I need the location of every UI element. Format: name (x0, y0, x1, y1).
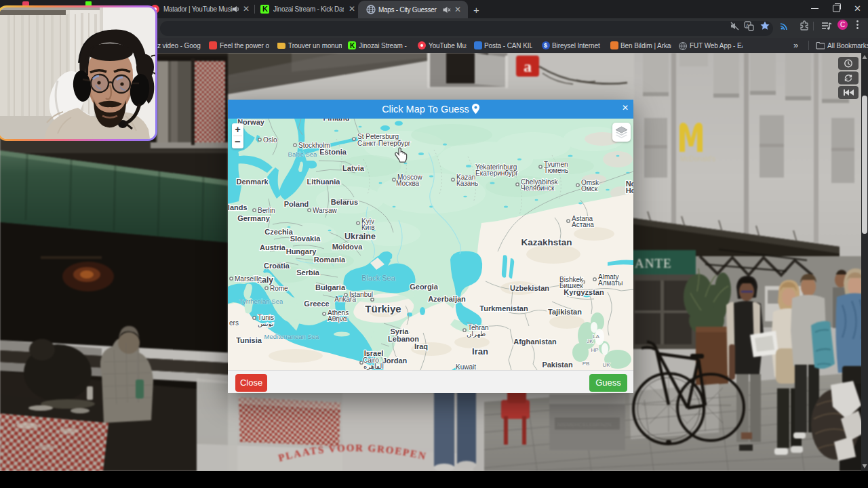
svg-text:Lithuania: Lithuania (307, 178, 341, 186)
svg-text:Uzbekistan: Uzbekistan (510, 284, 549, 292)
svg-text:Kuwait: Kuwait (456, 363, 476, 370)
svg-text:PB: PB (583, 361, 590, 367)
svg-text:Тюмень: Тюмень (544, 167, 568, 174)
svg-text:Jordan: Jordan (382, 357, 408, 365)
svg-text:Romania: Romania (314, 256, 346, 264)
svg-text:Warsaw: Warsaw (313, 207, 338, 214)
svg-text:Ankara: Ankara (334, 296, 356, 303)
svg-text:Tunisia: Tunisia (236, 336, 262, 344)
svg-text:LA: LA (593, 333, 599, 340)
svg-text:Afghanistan: Afghanistan (513, 338, 557, 346)
svg-text:Bulgaria: Bulgaria (315, 283, 346, 291)
svg-text:Oslo: Oslo (263, 136, 277, 144)
svg-text:JK: JK (587, 338, 593, 344)
svg-text:Slovakia: Slovakia (290, 235, 321, 243)
svg-text:Germany: Germany (237, 214, 271, 222)
svg-text:Бишкек: Бишкек (559, 282, 583, 289)
svg-text:HP: HP (591, 347, 598, 353)
svg-text:Rome: Rome (270, 285, 288, 292)
svg-text:Алматы: Алматы (598, 279, 623, 287)
svg-text:تونس: تونس (258, 320, 274, 327)
svg-text:Hungary: Hungary (286, 247, 317, 256)
svg-text:Ho: Ho (626, 186, 633, 195)
svg-text:Астана: Астана (572, 221, 594, 228)
svg-text:Croatia: Croatia (264, 262, 290, 270)
svg-text:Austria: Austria (260, 243, 286, 251)
svg-text:Омск: Омск (581, 185, 598, 192)
svg-text:McDonald's: McDonald's (680, 155, 715, 163)
svg-text:Serbia: Serbia (296, 268, 320, 277)
svg-text:UK: UK (602, 362, 610, 368)
svg-text:Baltic Sea: Baltic Sea (288, 150, 317, 158)
svg-text:Iraq: Iraq (414, 342, 428, 350)
svg-text:Czechia: Czechia (264, 228, 293, 236)
svg-text:Latvia: Latvia (342, 164, 365, 172)
svg-text:القاهرة: القاهرة (363, 363, 384, 370)
svg-text:Санкт-Петербург: Санкт-Петербург (357, 140, 411, 147)
svg-text:Poland: Poland (284, 200, 309, 208)
svg-text:Київ: Київ (361, 224, 375, 231)
svg-text:Azerbaijan: Azerbaijan (428, 295, 466, 303)
svg-text:Москва: Москва (396, 180, 420, 187)
svg-text:erlands: erlands (228, 203, 248, 211)
svg-text:Ukraine: Ukraine (344, 232, 376, 241)
svg-text:Finland: Finland (323, 119, 349, 122)
svg-text:Mediterranean Sea: Mediterranean Sea (264, 333, 320, 340)
svg-text:Казань: Казань (456, 180, 478, 187)
svg-text:Turkmenistan: Turkmenistan (479, 304, 528, 312)
svg-text:Berlin: Berlin (258, 207, 275, 214)
svg-text:Челябинск: Челябинск (521, 184, 555, 192)
svg-text:Belarus: Belarus (331, 198, 358, 206)
svg-text:Black Sea: Black Sea (361, 274, 395, 282)
svg-text:Moldova: Moldova (332, 243, 363, 251)
svg-text:Stockholm: Stockholm (298, 142, 330, 149)
svg-text:Türkiye: Türkiye (365, 303, 401, 314)
svg-text:ANTE: ANTE (635, 256, 672, 270)
svg-text:a: a (524, 58, 532, 75)
svg-text:Kazakhstan: Kazakhstan (521, 237, 572, 247)
svg-text:Tyrrhenian Sea: Tyrrhenian Sea (239, 298, 283, 305)
svg-text:Greece: Greece (304, 300, 329, 308)
svg-text:NIEMEHCELEBRNZN: NIEMEHCELEBRNZN (557, 422, 612, 428)
svg-text:Екатеринбург: Екатеринбург (475, 169, 518, 177)
svg-text:Denmark: Denmark (236, 178, 269, 186)
svg-text:ers: ers (229, 319, 239, 327)
svg-text:Αθήνα: Αθήνα (328, 315, 347, 323)
svg-text:Georgia: Georgia (410, 283, 438, 291)
svg-text:Pakistan: Pakistan (542, 361, 573, 369)
svg-text:Marseille: Marseille (235, 275, 262, 283)
svg-text:Iran: Iran (472, 346, 488, 357)
svg-text:Tajikistan: Tajikistan (548, 308, 582, 316)
svg-text:طهران: طهران (467, 330, 486, 338)
